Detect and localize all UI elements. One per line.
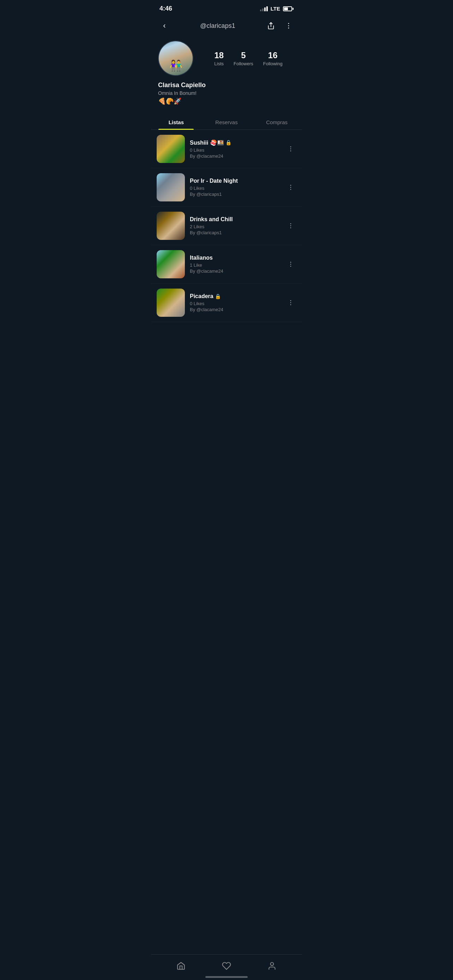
tabs-container: Listas Reservas Compras — [151, 114, 302, 130]
list-title: Italianos — [190, 255, 280, 261]
svg-point-4 — [290, 146, 291, 148]
list-item: Picadera 🔒 0 Likes By @clacame24 — [151, 284, 302, 322]
list-author: By @claricaps1 — [190, 192, 280, 197]
more-vertical-icon — [287, 299, 294, 306]
list-title: Sushiii 🍣🍱 🔒 — [190, 139, 280, 146]
svg-point-6 — [290, 151, 291, 152]
svg-point-5 — [290, 148, 291, 150]
more-vertical-icon — [287, 222, 294, 229]
svg-point-11 — [290, 226, 291, 226]
lists-label: Lists — [214, 61, 224, 66]
list-title: Por Ir - Date Night — [190, 178, 280, 184]
share-button[interactable] — [265, 19, 277, 32]
signal-icon — [260, 6, 268, 11]
list-likes: 1 Like — [190, 262, 280, 268]
more-vertical-icon — [287, 261, 294, 268]
more-vertical-icon — [287, 184, 294, 191]
list-item: Italianos 1 Like By @clacame24 — [151, 245, 302, 284]
svg-point-9 — [290, 189, 291, 190]
svg-point-18 — [290, 304, 291, 305]
list-thumbnail — [157, 250, 185, 278]
lists-stat[interactable]: 18 Lists — [214, 51, 224, 66]
svg-point-12 — [290, 228, 291, 229]
profile-top: 18 Lists 5 Followers 16 Following — [158, 41, 295, 76]
svg-point-15 — [290, 266, 291, 267]
list-thumbnail — [157, 289, 185, 317]
following-stat[interactable]: 16 Following — [263, 51, 283, 66]
list-more-button[interactable] — [285, 182, 296, 193]
profile-username-header: @claricaps1 — [200, 22, 235, 30]
profile-name: Clarisa Capiello — [158, 81, 295, 89]
svg-point-7 — [290, 185, 291, 186]
list-likes: 0 Likes — [190, 186, 280, 191]
svg-point-8 — [290, 187, 291, 188]
tab-compras[interactable]: Compras — [251, 114, 302, 129]
svg-point-2 — [288, 25, 289, 27]
lists-count: 18 — [214, 51, 224, 60]
list-author: By @clacame24 — [190, 307, 280, 312]
following-count: 16 — [268, 51, 278, 60]
list-title: Picadera 🔒 — [190, 293, 280, 299]
back-button[interactable]: ‹ — [158, 19, 171, 32]
svg-point-16 — [290, 300, 291, 301]
lists-container: Sushiii 🍣🍱 🔒 0 Likes By @clacame24 Por I… — [151, 130, 302, 350]
tab-listas[interactable]: Listas — [151, 114, 202, 129]
more-options-button[interactable] — [282, 19, 295, 32]
back-arrow-icon: ‹ — [163, 21, 165, 30]
followers-label: Followers — [234, 61, 253, 66]
list-more-button[interactable] — [285, 259, 296, 270]
nav-header: ‹ @claricaps1 — [151, 15, 302, 38]
list-author: By @clacame24 — [190, 153, 280, 159]
network-type: LTE — [270, 6, 280, 12]
list-thumbnail — [157, 135, 185, 163]
nav-actions — [265, 19, 295, 32]
tab-reservas[interactable]: Reservas — [202, 114, 252, 129]
list-info: Picadera 🔒 0 Likes By @clacame24 — [190, 293, 280, 312]
list-likes: 0 Likes — [190, 148, 280, 153]
list-title: Drinks and Chill — [190, 216, 280, 223]
svg-point-10 — [290, 223, 291, 224]
list-info: Italianos 1 Like By @clacame24 — [190, 255, 280, 274]
svg-point-17 — [290, 302, 291, 303]
list-more-button[interactable] — [285, 220, 296, 231]
list-item: Drinks and Chill 2 Likes By @claricaps1 — [151, 207, 302, 245]
list-info: Drinks and Chill 2 Likes By @claricaps1 — [190, 216, 280, 235]
status-icons: LTE — [260, 6, 294, 12]
stats-row: 18 Lists 5 Followers 16 Following — [202, 51, 295, 66]
avatar — [158, 41, 193, 76]
profile-emojis: 🍕🥐🚀 — [158, 97, 295, 105]
list-item: Sushiii 🍣🍱 🔒 0 Likes By @clacame24 — [151, 130, 302, 168]
battery-icon — [283, 6, 294, 11]
lock-icon: 🔒 — [226, 140, 231, 145]
svg-point-1 — [288, 23, 289, 24]
svg-point-3 — [288, 27, 289, 29]
list-likes: 2 Likes — [190, 224, 280, 229]
lock-icon: 🔒 — [215, 294, 221, 299]
list-item: Por Ir - Date Night 0 Likes By @claricap… — [151, 168, 302, 207]
more-vertical-icon — [285, 22, 292, 30]
svg-point-13 — [290, 262, 291, 263]
followers-stat[interactable]: 5 Followers — [234, 51, 253, 66]
status-bar: 4:46 LTE — [151, 0, 302, 15]
svg-point-14 — [290, 264, 291, 265]
list-author: By @claricaps1 — [190, 230, 280, 235]
list-likes: 0 Likes — [190, 301, 280, 306]
list-thumbnail — [157, 173, 185, 201]
list-author: By @clacame24 — [190, 269, 280, 274]
list-thumbnail — [157, 212, 185, 240]
list-more-button[interactable] — [285, 143, 296, 154]
followers-count: 5 — [241, 51, 246, 60]
profile-bio: Omnia In Bonum! — [158, 90, 295, 96]
list-info: Sushiii 🍣🍱 🔒 0 Likes By @clacame24 — [190, 139, 280, 159]
more-vertical-icon — [287, 145, 294, 153]
status-time: 4:46 — [159, 5, 172, 12]
share-icon — [267, 22, 275, 30]
list-info: Por Ir - Date Night 0 Likes By @claricap… — [190, 178, 280, 197]
following-label: Following — [263, 61, 283, 66]
profile-section: 18 Lists 5 Followers 16 Following Claris… — [151, 38, 302, 114]
list-more-button[interactable] — [285, 297, 296, 308]
